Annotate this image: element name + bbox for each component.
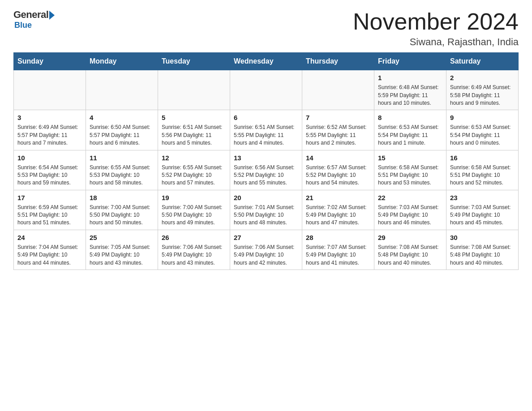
- day-info: Sunrise: 7:02 AM Sunset: 5:49 PM Dayligh…: [306, 204, 370, 227]
- calendar-header-saturday: Saturday: [446, 53, 519, 70]
- calendar-cell: [158, 70, 230, 110]
- calendar-cell: 28Sunrise: 7:07 AM Sunset: 5:49 PM Dayli…: [302, 230, 374, 270]
- day-number: 10: [17, 153, 82, 163]
- day-number: 20: [234, 193, 298, 202]
- calendar-cell: 4Sunrise: 6:50 AM Sunset: 5:57 PM Daylig…: [86, 110, 158, 150]
- day-number: 26: [162, 233, 226, 242]
- calendar-week-row: 3Sunrise: 6:49 AM Sunset: 5:57 PM Daylig…: [14, 110, 519, 150]
- day-info: Sunrise: 6:55 AM Sunset: 5:53 PM Dayligh…: [90, 164, 154, 187]
- calendar-cell: 25Sunrise: 7:05 AM Sunset: 5:49 PM Dayli…: [86, 230, 158, 270]
- day-info: Sunrise: 7:07 AM Sunset: 5:49 PM Dayligh…: [306, 244, 370, 267]
- day-number: 12: [162, 153, 226, 163]
- day-info: Sunrise: 7:08 AM Sunset: 5:48 PM Dayligh…: [450, 244, 515, 267]
- day-info: Sunrise: 7:06 AM Sunset: 5:49 PM Dayligh…: [234, 244, 298, 267]
- calendar-cell: [302, 70, 374, 110]
- day-info: Sunrise: 7:08 AM Sunset: 5:48 PM Dayligh…: [378, 244, 442, 267]
- day-number: 30: [450, 233, 515, 242]
- calendar-week-row: 24Sunrise: 7:04 AM Sunset: 5:49 PM Dayli…: [14, 230, 519, 270]
- day-number: 15: [378, 153, 442, 163]
- calendar-cell: 9Sunrise: 6:53 AM Sunset: 5:54 PM Daylig…: [446, 110, 519, 150]
- calendar-cell: 12Sunrise: 6:55 AM Sunset: 5:52 PM Dayli…: [158, 150, 230, 190]
- day-info: Sunrise: 7:00 AM Sunset: 5:50 PM Dayligh…: [90, 204, 154, 227]
- day-number: 2: [450, 73, 515, 82]
- calendar-cell: 2Sunrise: 6:49 AM Sunset: 5:58 PM Daylig…: [446, 70, 519, 110]
- day-info: Sunrise: 6:58 AM Sunset: 5:51 PM Dayligh…: [378, 164, 442, 187]
- day-number: 11: [90, 153, 154, 163]
- day-number: 24: [17, 233, 82, 242]
- day-info: Sunrise: 6:56 AM Sunset: 5:52 PM Dayligh…: [234, 164, 298, 187]
- calendar-cell: 10Sunrise: 6:54 AM Sunset: 5:53 PM Dayli…: [14, 150, 86, 190]
- day-info: Sunrise: 6:59 AM Sunset: 5:51 PM Dayligh…: [17, 204, 82, 227]
- day-number: 7: [306, 113, 370, 122]
- calendar-table: SundayMondayTuesdayWednesdayThursdayFrid…: [13, 52, 519, 270]
- day-info: Sunrise: 7:03 AM Sunset: 5:49 PM Dayligh…: [450, 204, 515, 227]
- calendar-cell: 11Sunrise: 6:55 AM Sunset: 5:53 PM Dayli…: [86, 150, 158, 190]
- day-number: 16: [450, 153, 515, 163]
- calendar-cell: 17Sunrise: 6:59 AM Sunset: 5:51 PM Dayli…: [14, 190, 86, 230]
- calendar-cell: 13Sunrise: 6:56 AM Sunset: 5:52 PM Dayli…: [230, 150, 302, 190]
- day-info: Sunrise: 6:51 AM Sunset: 5:55 PM Dayligh…: [234, 124, 298, 147]
- calendar-cell: 18Sunrise: 7:00 AM Sunset: 5:50 PM Dayli…: [86, 190, 158, 230]
- day-info: Sunrise: 6:48 AM Sunset: 5:59 PM Dayligh…: [378, 84, 442, 107]
- day-info: Sunrise: 7:05 AM Sunset: 5:49 PM Dayligh…: [90, 244, 154, 267]
- calendar-cell: [14, 70, 86, 110]
- calendar-header-thursday: Thursday: [302, 53, 374, 70]
- calendar-week-row: 17Sunrise: 6:59 AM Sunset: 5:51 PM Dayli…: [14, 190, 519, 230]
- day-number: 19: [162, 193, 226, 202]
- calendar-cell: 23Sunrise: 7:03 AM Sunset: 5:49 PM Dayli…: [446, 190, 519, 230]
- day-info: Sunrise: 6:52 AM Sunset: 5:55 PM Dayligh…: [306, 124, 370, 147]
- calendar-cell: 5Sunrise: 6:51 AM Sunset: 5:56 PM Daylig…: [158, 110, 230, 150]
- day-number: 13: [234, 153, 298, 163]
- day-info: Sunrise: 7:00 AM Sunset: 5:50 PM Dayligh…: [162, 204, 226, 227]
- day-info: Sunrise: 7:04 AM Sunset: 5:49 PM Dayligh…: [17, 244, 82, 267]
- calendar-cell: 8Sunrise: 6:53 AM Sunset: 5:54 PM Daylig…: [374, 110, 446, 150]
- day-number: 9: [450, 113, 515, 122]
- calendar-header-row: SundayMondayTuesdayWednesdayThursdayFrid…: [14, 53, 519, 70]
- logo: General Blue: [13, 9, 55, 30]
- day-number: 28: [306, 233, 370, 242]
- calendar-cell: 14Sunrise: 6:57 AM Sunset: 5:52 PM Dayli…: [302, 150, 374, 190]
- calendar-cell: [230, 70, 302, 110]
- day-number: 18: [90, 193, 154, 202]
- day-info: Sunrise: 6:49 AM Sunset: 5:58 PM Dayligh…: [450, 84, 515, 107]
- month-title: November 2024: [353, 9, 519, 34]
- page-header: General Blue November 2024 Siwana, Rajas…: [13, 9, 519, 48]
- day-info: Sunrise: 6:58 AM Sunset: 5:51 PM Dayligh…: [450, 164, 515, 187]
- day-number: 23: [450, 193, 515, 202]
- calendar-cell: 30Sunrise: 7:08 AM Sunset: 5:48 PM Dayli…: [446, 230, 519, 270]
- logo-general-text: General: [13, 9, 48, 21]
- calendar-cell: 6Sunrise: 6:51 AM Sunset: 5:55 PM Daylig…: [230, 110, 302, 150]
- calendar-week-row: 1Sunrise: 6:48 AM Sunset: 5:59 PM Daylig…: [14, 70, 519, 110]
- day-info: Sunrise: 7:03 AM Sunset: 5:49 PM Dayligh…: [378, 204, 442, 227]
- day-number: 25: [90, 233, 154, 242]
- calendar-cell: 7Sunrise: 6:52 AM Sunset: 5:55 PM Daylig…: [302, 110, 374, 150]
- day-info: Sunrise: 6:53 AM Sunset: 5:54 PM Dayligh…: [450, 124, 515, 147]
- calendar-cell: 27Sunrise: 7:06 AM Sunset: 5:49 PM Dayli…: [230, 230, 302, 270]
- calendar-cell: 19Sunrise: 7:00 AM Sunset: 5:50 PM Dayli…: [158, 190, 230, 230]
- day-number: 1: [378, 73, 442, 82]
- calendar-cell: 15Sunrise: 6:58 AM Sunset: 5:51 PM Dayli…: [374, 150, 446, 190]
- day-number: 5: [162, 113, 226, 122]
- day-info: Sunrise: 7:01 AM Sunset: 5:50 PM Dayligh…: [234, 204, 298, 227]
- day-number: 17: [17, 193, 82, 202]
- calendar-header-sunday: Sunday: [14, 53, 86, 70]
- day-info: Sunrise: 6:53 AM Sunset: 5:54 PM Dayligh…: [378, 124, 442, 147]
- calendar-cell: 1Sunrise: 6:48 AM Sunset: 5:59 PM Daylig…: [374, 70, 446, 110]
- day-info: Sunrise: 6:57 AM Sunset: 5:52 PM Dayligh…: [306, 164, 370, 187]
- day-info: Sunrise: 6:54 AM Sunset: 5:53 PM Dayligh…: [17, 164, 82, 187]
- day-info: Sunrise: 6:55 AM Sunset: 5:52 PM Dayligh…: [162, 164, 226, 187]
- day-number: 3: [17, 113, 82, 122]
- day-info: Sunrise: 6:50 AM Sunset: 5:57 PM Dayligh…: [90, 124, 154, 147]
- calendar-header-wednesday: Wednesday: [230, 53, 302, 70]
- calendar-cell: 24Sunrise: 7:04 AM Sunset: 5:49 PM Dayli…: [14, 230, 86, 270]
- calendar-header-tuesday: Tuesday: [158, 53, 230, 70]
- day-number: 29: [378, 233, 442, 242]
- location: Siwana, Rajasthan, India: [353, 36, 519, 48]
- calendar-cell: 3Sunrise: 6:49 AM Sunset: 5:57 PM Daylig…: [14, 110, 86, 150]
- calendar-cell: 22Sunrise: 7:03 AM Sunset: 5:49 PM Dayli…: [374, 190, 446, 230]
- calendar-cell: 16Sunrise: 6:58 AM Sunset: 5:51 PM Dayli…: [446, 150, 519, 190]
- day-number: 27: [234, 233, 298, 242]
- calendar-cell: [86, 70, 158, 110]
- day-number: 8: [378, 113, 442, 122]
- logo-arrow-icon: [49, 11, 55, 20]
